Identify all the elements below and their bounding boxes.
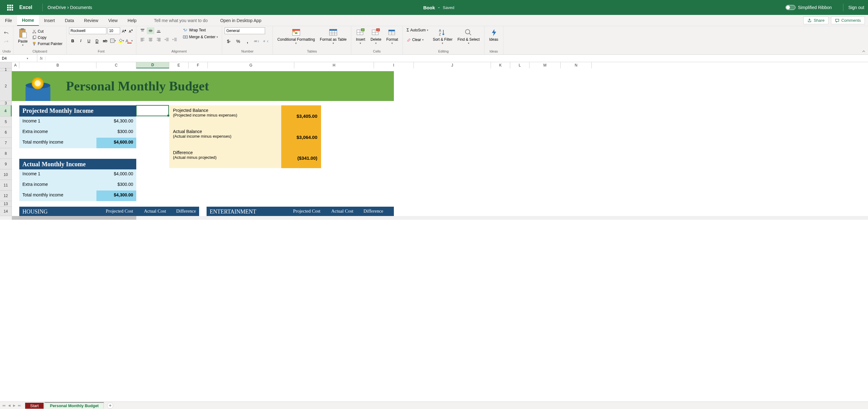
saved-status[interactable]: Saved xyxy=(443,5,454,10)
number-format-select[interactable] xyxy=(225,27,265,34)
sheet-cells[interactable]: Personal Monthly Budget Projected Monthl… xyxy=(12,68,394,216)
align-center-button[interactable] xyxy=(147,36,154,43)
column-header-A[interactable]: A xyxy=(12,62,19,68)
cut-button[interactable]: Cut xyxy=(31,29,63,34)
ideas-button[interactable]: Ideas xyxy=(487,27,501,42)
align-bottom-button[interactable] xyxy=(155,27,162,34)
name-box[interactable]: ▾ xyxy=(0,55,37,62)
double-underline-button[interactable]: D xyxy=(93,37,101,44)
clear-button[interactable]: Clear▾ xyxy=(405,37,430,42)
column-header-B[interactable]: B xyxy=(19,62,96,68)
sheet-nav-last[interactable]: ⏭ xyxy=(18,404,21,407)
decrease-font-button[interactable]: A▾ xyxy=(128,28,133,34)
format-painter-button[interactable]: Format Painter xyxy=(31,41,63,46)
percent-button[interactable]: % xyxy=(234,38,242,45)
name-box-input[interactable] xyxy=(2,56,27,61)
sheet-nav-next[interactable]: ▶ xyxy=(13,404,16,407)
column-header-J[interactable]: J xyxy=(414,62,491,68)
underline-button[interactable]: U xyxy=(85,37,93,44)
horizontal-scrollbar[interactable] xyxy=(0,216,868,220)
copy-button[interactable]: Copy xyxy=(31,35,63,40)
find-select-button[interactable]: Find & Select▾ xyxy=(456,27,482,45)
column-header-I[interactable]: I xyxy=(374,62,414,68)
currency-button[interactable]: $▾ xyxy=(225,38,233,45)
column-header-M[interactable]: M xyxy=(529,62,561,68)
font-name-select[interactable] xyxy=(69,27,106,34)
undo-button[interactable] xyxy=(2,29,10,37)
row-header-5[interactable]: 5 xyxy=(0,116,11,127)
tab-view[interactable]: View xyxy=(103,15,123,26)
align-middle-button[interactable] xyxy=(147,27,154,34)
add-sheet-button[interactable]: + xyxy=(107,403,113,409)
strikethrough-button[interactable]: ab xyxy=(101,37,109,44)
row-header-13[interactable]: 13 xyxy=(0,201,11,207)
sheet-tab-budget[interactable]: Personal Monthly Budget xyxy=(44,402,104,409)
align-left-button[interactable] xyxy=(139,36,146,43)
collapse-ribbon-button[interactable]: ᨈ xyxy=(862,49,866,53)
align-right-button[interactable] xyxy=(155,36,162,43)
tab-home[interactable]: Home xyxy=(17,15,39,26)
align-top-button[interactable] xyxy=(139,27,146,34)
tell-me-search[interactable]: Tell me what you want to do xyxy=(154,18,208,23)
row-header-3[interactable]: 3 xyxy=(0,101,11,105)
row-header-12[interactable]: 12 xyxy=(0,191,11,201)
comma-button[interactable]: , xyxy=(243,38,251,45)
font-size-select[interactable] xyxy=(107,27,120,34)
sheet-nav-prev[interactable]: ◀ xyxy=(8,404,10,407)
redo-button[interactable] xyxy=(2,38,10,45)
tab-file[interactable]: File xyxy=(0,15,17,26)
tab-help[interactable]: Help xyxy=(123,15,142,26)
decrease-indent-button[interactable] xyxy=(163,36,170,43)
tab-data[interactable]: Data xyxy=(60,15,79,26)
app-launcher-button[interactable] xyxy=(4,1,16,14)
column-header-H[interactable]: H xyxy=(294,62,374,68)
borders-button[interactable]: ▾ xyxy=(110,37,117,44)
column-header-D[interactable]: D xyxy=(136,62,169,68)
increase-font-button[interactable]: A▴ xyxy=(121,27,127,34)
column-header-L[interactable]: L xyxy=(510,62,529,68)
column-header-K[interactable]: K xyxy=(491,62,510,68)
app-name[interactable]: Excel xyxy=(19,5,32,10)
row-header-9[interactable]: 9 xyxy=(0,159,11,169)
increase-decimal-button[interactable]: .00 xyxy=(253,38,261,45)
formula-input[interactable] xyxy=(45,55,868,62)
document-title[interactable]: Book xyxy=(424,5,435,10)
delete-cells-button[interactable]: × Delete▾ xyxy=(369,27,383,45)
insert-cells-button[interactable]: + Insert▾ xyxy=(354,27,367,45)
paste-button[interactable]: Paste ▾ xyxy=(16,27,30,47)
row-header-2[interactable]: 2 xyxy=(0,71,11,101)
autosum-button[interactable]: ΣAutoSum▾ xyxy=(405,27,430,33)
simplified-ribbon-toggle[interactable] xyxy=(785,5,796,10)
row-header-10[interactable]: 10 xyxy=(0,169,11,180)
font-color-button[interactable]: A▾ xyxy=(126,37,133,44)
sort-filter-button[interactable]: AZ Sort & Filter▾ xyxy=(431,27,454,45)
tab-insert[interactable]: Insert xyxy=(39,15,60,26)
format-as-table-button[interactable]: Format as Table▾ xyxy=(318,27,348,45)
column-header-C[interactable]: C xyxy=(96,62,136,68)
row-header-6[interactable]: 6 xyxy=(0,127,11,138)
fx-icon[interactable]: fx xyxy=(37,56,45,61)
row-header-1[interactable]: 1 xyxy=(0,68,11,71)
fill-color-button[interactable]: ▾ xyxy=(118,37,125,44)
increase-indent-button[interactable] xyxy=(171,36,179,43)
breadcrumb-location[interactable]: OneDrive xyxy=(48,5,66,10)
sheet-nav-first[interactable]: ⏮ xyxy=(2,404,6,407)
tab-review[interactable]: Review xyxy=(79,15,103,26)
row-header-11[interactable]: 11 xyxy=(0,180,11,191)
share-button[interactable]: Share xyxy=(803,16,829,24)
row-header-7[interactable]: 7 xyxy=(0,138,11,148)
comments-button[interactable]: Comments xyxy=(831,16,865,24)
open-in-desktop-button[interactable]: Open in Desktop App xyxy=(220,18,261,23)
conditional-formatting-button[interactable]: Conditional Formatting▾ xyxy=(275,27,317,45)
column-header-E[interactable]: E xyxy=(169,62,189,68)
merge-center-button[interactable]: Merge & Center▾ xyxy=(182,34,220,40)
format-cells-button[interactable]: Format▾ xyxy=(384,27,400,45)
italic-button[interactable]: I xyxy=(77,37,85,44)
sheet-tab-start[interactable]: Start xyxy=(25,403,44,409)
sign-out-link[interactable]: Sign out xyxy=(848,5,864,10)
column-header-G[interactable]: G xyxy=(208,62,294,68)
row-header-4[interactable]: 4 xyxy=(0,105,11,116)
row-header-14[interactable]: 14 xyxy=(0,207,11,216)
decrease-decimal-button[interactable]: .0 xyxy=(262,38,270,45)
bold-button[interactable]: B xyxy=(69,37,76,44)
